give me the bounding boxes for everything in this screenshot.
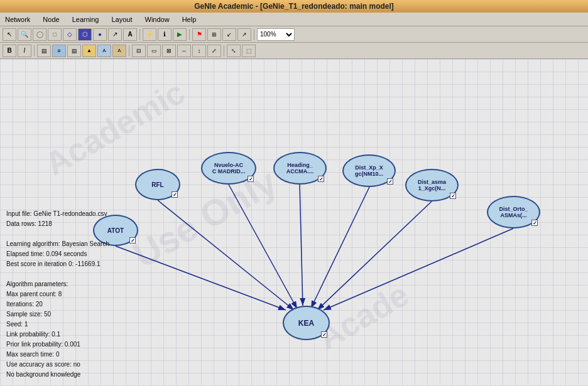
svg-line-1 bbox=[158, 200, 294, 310]
node-atot-checkbox[interactable]: ✓ bbox=[129, 237, 136, 244]
hexagon-btn[interactable]: ⬡ bbox=[78, 28, 92, 41]
text-btn[interactable]: A bbox=[123, 28, 137, 41]
toolbar2: B I ▤ ≡ ▤ ▲ A A ⊟ ▭ ⊠ ↔ ↕ ⤢ ⤡ ⬚ bbox=[0, 43, 588, 59]
arc-btn[interactable]: ↗ bbox=[108, 28, 122, 41]
info-elapsed: Elapsed time: 0.094 seconds bbox=[6, 249, 109, 259]
diamond-btn[interactable]: ◇ bbox=[63, 28, 77, 41]
node-kea-label: KEA bbox=[298, 319, 314, 328]
align-right-btn[interactable]: ▤ bbox=[67, 45, 81, 57]
info-best-score: Best score in iteration 0: -11669.1 bbox=[6, 259, 109, 269]
svg-line-5 bbox=[317, 201, 432, 310]
menu-help[interactable]: Help bbox=[180, 14, 199, 24]
node-kea-checkbox[interactable]: ✓ bbox=[321, 331, 327, 338]
node-heading-label: Heading_ACCMA.... bbox=[286, 162, 314, 174]
color2-btn[interactable]: A bbox=[97, 45, 111, 57]
italic-btn[interactable]: I bbox=[18, 45, 31, 57]
info-seed: Seed: 1 bbox=[6, 319, 109, 330]
border2-btn[interactable]: ▭ bbox=[147, 45, 161, 57]
run-btn[interactable]: ▶ bbox=[173, 28, 187, 41]
main-area: Academic Use Only Acade bbox=[0, 59, 588, 386]
flag-btn[interactable]: ⚑ bbox=[192, 28, 206, 41]
sep2 bbox=[189, 29, 190, 40]
resize2-btn[interactable]: ↕ bbox=[192, 45, 206, 57]
node-nvuelo-checkbox[interactable]: ✓ bbox=[248, 176, 254, 182]
info-btn[interactable]: ℹ bbox=[158, 28, 172, 41]
node-nvuelo-label: Nvuelo-ACC MADRID... bbox=[212, 162, 246, 174]
node-dist-xp-label: Dist_Xp_Xgc(NM10... bbox=[355, 164, 383, 177]
ellipse-btn[interactable]: ◯ bbox=[33, 28, 46, 41]
sep6 bbox=[224, 45, 224, 56]
node-dist-asma-label: Dist_asma1_Xgc(N... bbox=[418, 179, 446, 191]
toolbar1: ↖ 🔍 ◯ □ ◇ ⬡ ● ↗ A ⚡ ℹ ▶ ⚑ ⊞ ↙ ↗ 100% 50%… bbox=[0, 26, 588, 43]
arrange2-btn[interactable]: ⬚ bbox=[242, 45, 256, 57]
border3-btn[interactable]: ⊠ bbox=[162, 45, 176, 57]
color3-btn[interactable]: A bbox=[112, 45, 126, 57]
sep1 bbox=[139, 29, 140, 40]
info-no-bg: No background knowledge bbox=[6, 370, 109, 380]
node-dist-xp[interactable]: Dist_Xp_Xgc(NM10... ✓ bbox=[342, 154, 396, 187]
export-btn[interactable]: ↗ bbox=[237, 28, 251, 41]
search-btn[interactable]: 🔍 bbox=[18, 28, 31, 41]
import-btn[interactable]: ↙ bbox=[222, 28, 236, 41]
node-dist-orto-checkbox[interactable]: ✓ bbox=[531, 220, 538, 226]
menu-window[interactable]: Window bbox=[143, 14, 172, 24]
title-bar: GeNIe Academic - [GeNie_T1_redondeado: m… bbox=[0, 0, 588, 13]
sep3 bbox=[254, 29, 254, 40]
node-dist-asma[interactable]: Dist_asma1_Xgc(N... ✓ bbox=[405, 169, 459, 201]
align-left-btn[interactable]: ▤ bbox=[37, 45, 51, 57]
menu-layout[interactable]: Layout bbox=[109, 14, 134, 24]
info-accuracy: Use accuracy as score: no bbox=[6, 360, 109, 370]
info-algo-params: Algorithm parameters: bbox=[6, 279, 109, 289]
color1-btn[interactable]: ▲ bbox=[82, 45, 96, 57]
menu-bar: Network Node Learning Layout Window Help bbox=[0, 13, 588, 26]
table-btn[interactable]: ⊞ bbox=[207, 28, 221, 41]
node-dist-orto[interactable]: Dist_Orto_ASMAs(... ✓ bbox=[487, 196, 540, 228]
bold-btn[interactable]: B bbox=[3, 45, 16, 57]
svg-line-6 bbox=[324, 228, 513, 310]
node-atot-label: ATOT bbox=[107, 227, 124, 234]
blue-circle-btn[interactable]: ● bbox=[93, 28, 107, 41]
watermark1: Academic bbox=[38, 73, 191, 183]
info-max-parent: Max parent count: 8 bbox=[6, 289, 109, 299]
menu-network[interactable]: Network bbox=[3, 14, 33, 24]
svg-line-4 bbox=[311, 187, 369, 308]
sep5 bbox=[129, 45, 129, 56]
resize1-btn[interactable]: ↔ bbox=[177, 45, 191, 57]
select-tool-btn[interactable]: ↖ bbox=[3, 28, 16, 41]
node-heading-checkbox[interactable]: ✓ bbox=[318, 176, 324, 182]
svg-line-3 bbox=[300, 185, 303, 306]
info-link-prob: Link probability: 0.1 bbox=[6, 330, 109, 340]
canvas[interactable]: Academic Use Only Acade bbox=[0, 59, 588, 386]
node-rfl[interactable]: RFL ✓ bbox=[135, 169, 180, 200]
align-center-btn[interactable]: ≡ bbox=[52, 45, 66, 57]
svg-line-2 bbox=[229, 185, 297, 309]
node-dist-orto-label: Dist_Orto_ASMAs(... bbox=[499, 206, 528, 218]
resize3-btn[interactable]: ⤢ bbox=[207, 45, 221, 57]
info-max-search: Max search time: 0 bbox=[6, 350, 109, 360]
info-sample-size: Sample size: 50 bbox=[6, 309, 109, 319]
menu-learning[interactable]: Learning bbox=[70, 14, 102, 24]
menu-node[interactable]: Node bbox=[40, 14, 62, 24]
node-heading[interactable]: Heading_ACCMA.... ✓ bbox=[273, 152, 327, 185]
node-rfl-checkbox[interactable]: ✓ bbox=[172, 191, 178, 198]
lightning-btn[interactable]: ⚡ bbox=[143, 28, 156, 41]
info-algorithm: Learning algorithm: Bayesian Search bbox=[6, 239, 109, 249]
info-prior-link: Prior link probability: 0.001 bbox=[6, 340, 109, 350]
node-nvuelo[interactable]: Nvuelo-ACC MADRID... ✓ bbox=[201, 152, 256, 185]
node-dist-xp-checkbox[interactable]: ✓ bbox=[387, 178, 393, 185]
sep4 bbox=[34, 45, 35, 56]
zoom-select[interactable]: 100% 50% 75% 125% 150% bbox=[257, 28, 295, 41]
node-kea[interactable]: KEA ✓ bbox=[283, 306, 330, 340]
info-input-file: Input file: GeNie T1-redondeado.csv bbox=[6, 209, 109, 219]
info-data-rows: Data rows: 1218 bbox=[6, 219, 109, 229]
node-dist-asma-checkbox[interactable]: ✓ bbox=[450, 193, 456, 199]
svg-line-7 bbox=[116, 246, 286, 310]
node-rfl-label: RFL bbox=[151, 181, 163, 188]
border-btn[interactable]: ⊟ bbox=[132, 45, 146, 57]
rect-btn[interactable]: □ bbox=[48, 28, 62, 41]
info-panel: Input file: GeNie T1-redondeado.csv Data… bbox=[6, 209, 109, 380]
info-iterations: Iterations: 20 bbox=[6, 299, 109, 309]
arrange1-btn[interactable]: ⤡ bbox=[227, 45, 241, 57]
